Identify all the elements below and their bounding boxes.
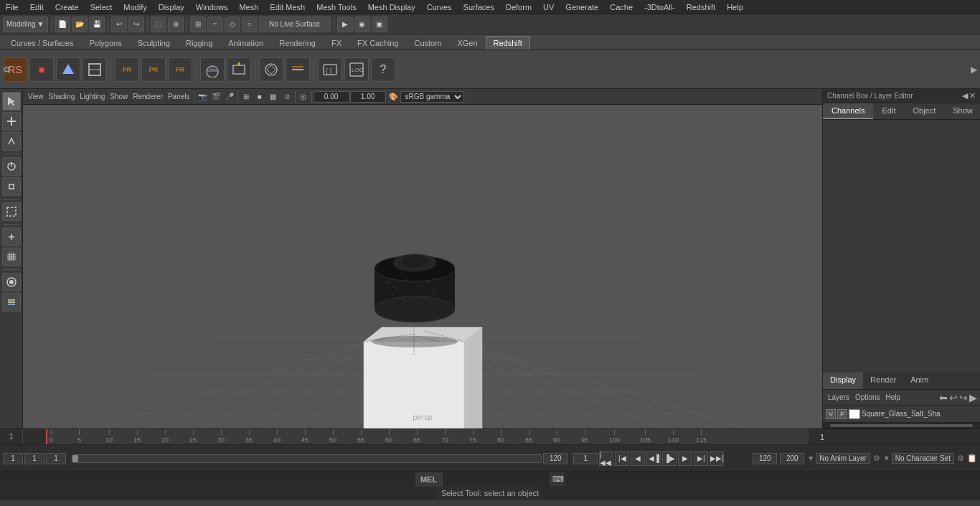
layer-btn3[interactable]: ↪ <box>959 392 968 403</box>
layer-color-swatch[interactable] <box>849 409 860 419</box>
mel-input-field[interactable] <box>443 472 550 487</box>
dt-tab-render[interactable]: Render <box>863 373 903 389</box>
shelf-icon-code[interactable]: { } <box>318 57 342 82</box>
world-space-btn[interactable] <box>2 293 21 311</box>
current-frame-input1[interactable] <box>24 453 44 464</box>
dt-tab-anim[interactable]: Anim <box>903 373 936 389</box>
shelf-tab-polygons[interactable]: Polygons <box>81 36 129 50</box>
menu-mesh[interactable]: Mesh <box>233 1 264 13</box>
soft-select-btn[interactable] <box>2 273 21 291</box>
shelf-tab-rendering[interactable]: Rendering <box>271 36 324 50</box>
shelf-icon-rs2[interactable]: ■ <box>29 57 54 82</box>
vp-lighting-menu[interactable]: Lighting <box>77 90 107 103</box>
menu-3dtoall[interactable]: -3DtoAll- <box>639 1 681 13</box>
layer-visibility-v[interactable]: V <box>826 409 836 419</box>
shelf-icon-pr1[interactable]: PR <box>115 57 139 82</box>
menu-cache[interactable]: Cache <box>604 1 639 13</box>
rp-tab-edit[interactable]: Edit <box>873 103 904 119</box>
save-scene-btn[interactable]: 💾 <box>89 17 105 32</box>
menu-redshift[interactable]: Redshift <box>681 1 721 13</box>
menu-windows[interactable]: Windows <box>190 1 234 13</box>
layer-btn4[interactable]: ▶ <box>969 392 977 403</box>
rp-tab-channels[interactable]: Channels <box>823 103 873 119</box>
menu-mesh-tools[interactable]: Mesh Tools <box>311 1 362 13</box>
shelf-tab-fxcaching[interactable]: FX Caching <box>349 36 406 50</box>
snap-btn[interactable]: ⊕ <box>168 17 184 32</box>
redo-btn[interactable]: ↪ <box>128 17 144 32</box>
menu-mesh-display[interactable]: Mesh Display <box>362 1 421 13</box>
rotate-tool-btn[interactable] <box>2 157 21 176</box>
current-frame-input2[interactable] <box>46 453 66 464</box>
playback-end-input[interactable] <box>753 453 777 464</box>
char-set-icon1[interactable]: ⚙ <box>957 454 964 463</box>
vp-value1-input[interactable] <box>314 91 349 103</box>
rp-tab-show[interactable]: Show <box>944 103 980 119</box>
lasso-select-btn[interactable] <box>2 202 21 221</box>
new-scene-btn[interactable]: 📄 <box>55 17 70 32</box>
play-fwd-btn[interactable]: ▐▶ <box>662 451 677 466</box>
layer-visibility-p[interactable]: P <box>837 409 847 419</box>
shelf-icon-mat1[interactable] <box>259 57 283 82</box>
layer-btn1[interactable]: ⬅ <box>939 392 948 403</box>
viewport-renderer-btn[interactable]: ▣ <box>372 17 387 32</box>
char-set-icon2[interactable]: 📋 <box>967 454 977 463</box>
char-set-dropdown-arrow[interactable]: ▼ <box>883 454 890 462</box>
shelf-icon-area[interactable] <box>227 57 251 82</box>
menu-modify[interactable]: Modify <box>118 1 152 13</box>
anim-layer-icon1[interactable]: ⚙ <box>873 454 880 463</box>
shelf-tab-redshift[interactable]: Redshift <box>486 36 530 50</box>
snap-to-point-btn[interactable]: ◇ <box>225 17 240 32</box>
menu-uv[interactable]: UV <box>537 1 560 13</box>
snap-to-surface-btn[interactable]: ○ <box>242 17 258 32</box>
menu-file[interactable]: File <box>0 1 24 13</box>
dst-layers[interactable]: Layers <box>826 393 852 401</box>
shelf-icon-dome[interactable] <box>200 57 225 82</box>
layer-btn2[interactable]: ↩ <box>949 392 958 403</box>
shelf-icon-log[interactable]: LOG <box>344 57 369 82</box>
shelf-tab-animation[interactable]: Animation <box>220 36 271 50</box>
shelf-icon-rs3[interactable] <box>56 57 80 82</box>
range-slider[interactable] <box>72 454 542 463</box>
vp-panels-menu[interactable]: Panels <box>166 90 192 103</box>
vp-textured-btn[interactable]: ▦ <box>267 90 280 103</box>
select-tool-btn[interactable] <box>2 92 21 111</box>
vp-show-menu[interactable]: Show <box>108 90 130 103</box>
rp-header-btn2[interactable]: ✕ <box>969 91 976 100</box>
shelf-icon-help[interactable]: ? <box>371 57 395 82</box>
move-tool-btn[interactable] <box>2 112 21 131</box>
mel-command-tag[interactable]: MEL <box>415 472 443 487</box>
next-key-btn[interactable]: ▶| <box>694 451 708 466</box>
open-scene-btn[interactable]: 📂 <box>72 17 88 32</box>
shelf-tab-xgen[interactable]: XGen <box>449 36 485 50</box>
rp-scrollbar[interactable] <box>830 424 973 427</box>
vp-view-menu[interactable]: View <box>26 90 46 103</box>
dst-help[interactable]: Help <box>883 393 903 401</box>
char-set-label[interactable]: No Character Set <box>892 453 954 464</box>
play-back-btn[interactable]: ◀▐ <box>646 451 661 466</box>
menu-surfaces[interactable]: Surfaces <box>458 1 500 13</box>
shelf-tab-fx[interactable]: FX <box>324 36 349 50</box>
shelf-icon-mat2[interactable] <box>286 57 310 82</box>
range-end-input[interactable] <box>543 453 567 464</box>
select-btn[interactable]: ⬚ <box>151 17 166 32</box>
step-fwd-btn[interactable]: ▶ <box>678 451 692 466</box>
workspace-dropdown[interactable]: Modeling ▼ <box>3 17 48 32</box>
menu-select[interactable]: Select <box>85 1 118 13</box>
vp-colorspace-select[interactable]: sRGB gamma <box>400 91 464 103</box>
anim-layer-label[interactable]: No Anim Layer <box>816 453 870 464</box>
grid-snap-btn[interactable] <box>2 248 21 266</box>
render-btn[interactable]: ▶ <box>337 17 353 32</box>
shelf-icon-rs4[interactable] <box>83 57 107 82</box>
menu-generate[interactable]: Generate <box>560 1 604 13</box>
rp-header-btn1[interactable]: ◀ <box>962 91 968 100</box>
prev-key-btn[interactable]: |◀ <box>615 451 629 466</box>
vp-colorspace-icon[interactable]: 🎨 <box>387 90 400 103</box>
mel-keyboard-btn[interactable]: ⌨ <box>550 472 565 487</box>
make-live-btn[interactable]: No Live Surface <box>259 17 331 32</box>
vp-film-btn[interactable]: 📷 <box>196 90 209 103</box>
paint-tool-btn[interactable] <box>2 132 21 151</box>
shelf-tab-sculpting[interactable]: Sculpting <box>130 36 178 50</box>
snap-to-grid-btn[interactable]: ⊞ <box>190 17 206 32</box>
range-slider-handle[interactable] <box>72 455 78 462</box>
anim-layer-dropdown-arrow[interactable]: ▼ <box>807 454 814 462</box>
